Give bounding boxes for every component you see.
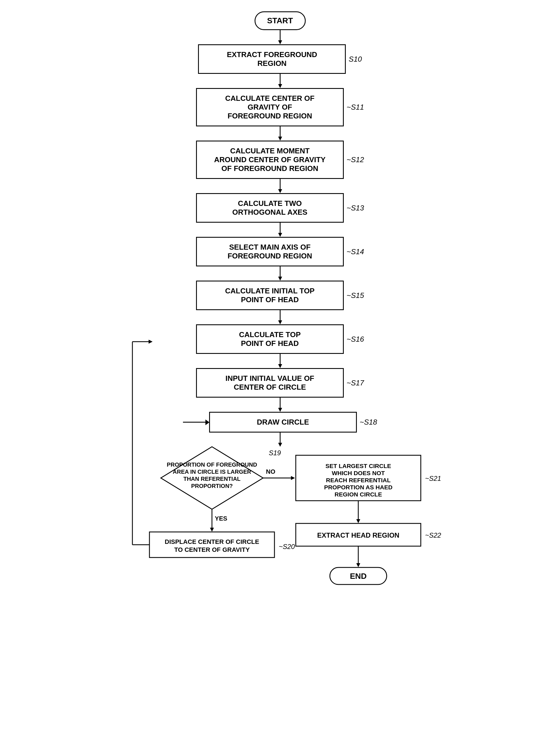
svg-marker-49 bbox=[356, 519, 360, 523]
s12-label: ~S12 bbox=[347, 155, 364, 164]
svg-text:END: END bbox=[350, 572, 367, 580]
start-terminal: START bbox=[255, 11, 306, 30]
s11-box: CALCULATE CENTER OFGRAVITY OFFOREGROUND … bbox=[196, 88, 344, 126]
s12-box: CALCULATE MOMENTAROUND CENTER OF GRAVITY… bbox=[196, 141, 344, 179]
svg-text:REGION CIRCLE: REGION CIRCLE bbox=[334, 491, 382, 497]
svg-text:PROPORTION AS HAED: PROPORTION AS HAED bbox=[324, 484, 392, 490]
flowchart: START EXTRACT FOREGROUNDREGION S10 CALCU… bbox=[110, 11, 451, 646]
svg-text:WHICH DOES NOT: WHICH DOES NOT bbox=[332, 470, 385, 476]
arrow-s12-s13 bbox=[277, 179, 283, 193]
s18-label: ~S18 bbox=[360, 418, 377, 426]
branch-svg: PROPORTION OF FOREGROUND AREA IN CIRCLE … bbox=[124, 447, 436, 646]
s15-label: ~S15 bbox=[347, 291, 364, 300]
s17-row: INPUT INITIAL VALUE OFCENTER OF CIRCLE ~… bbox=[196, 368, 364, 397]
arrow-s17-s18 bbox=[277, 397, 283, 412]
svg-marker-13 bbox=[278, 321, 282, 324]
svg-text:~S20: ~S20 bbox=[279, 543, 295, 550]
svg-marker-17 bbox=[278, 408, 282, 412]
arrow-s11-s12 bbox=[277, 126, 283, 141]
svg-text:EXTRACT HEAD REGION: EXTRACT HEAD REGION bbox=[317, 531, 399, 539]
s13-box: CALCULATE TWOORTHOGONAL AXES bbox=[196, 193, 344, 223]
svg-text:~S21: ~S21 bbox=[425, 474, 441, 482]
svg-marker-3 bbox=[278, 84, 282, 88]
svg-text:AREA IN CIRCLE IS LARGER: AREA IN CIRCLE IS LARGER bbox=[173, 468, 251, 475]
svg-marker-9 bbox=[278, 233, 282, 237]
s18-box: DRAW CIRCLE bbox=[209, 412, 357, 432]
svg-marker-15 bbox=[278, 364, 282, 368]
svg-text:TO CENTER OF GRAVITY: TO CENTER OF GRAVITY bbox=[174, 546, 250, 553]
svg-marker-54 bbox=[356, 563, 360, 567]
s17-label: ~S17 bbox=[347, 378, 364, 387]
s13-label: ~S13 bbox=[347, 204, 364, 213]
svg-marker-39 bbox=[291, 476, 295, 480]
s15-row: CALCULATE INITIAL TOPPOINT OF HEAD ~S15 bbox=[196, 281, 364, 310]
arrow-s13-s14 bbox=[277, 223, 283, 237]
s15-box: CALCULATE INITIAL TOPPOINT OF HEAD bbox=[196, 281, 344, 310]
svg-text:~S22: ~S22 bbox=[425, 531, 441, 539]
s18-row: DRAW CIRCLE ~S18 bbox=[209, 412, 377, 432]
arrow-s18-s19 bbox=[277, 432, 283, 447]
s11-row: CALCULATE CENTER OFGRAVITY OFFOREGROUND … bbox=[196, 88, 364, 126]
s16-row: CALCULATE TOPPOINT OF HEAD ~S16 bbox=[196, 324, 364, 354]
svg-text:PROPORTION OF FOREGROUND: PROPORTION OF FOREGROUND bbox=[167, 461, 257, 468]
svg-marker-5 bbox=[278, 137, 282, 141]
s10-box: EXTRACT FOREGROUNDREGION bbox=[198, 44, 346, 74]
back-arrow-head bbox=[205, 419, 209, 425]
svg-text:SET LARGEST CIRCLE: SET LARGEST CIRCLE bbox=[325, 463, 391, 469]
back-arrow-horizontal bbox=[183, 422, 206, 422]
arrow-start-s10 bbox=[277, 30, 283, 44]
arrow-s16-s17 bbox=[277, 354, 283, 368]
svg-marker-7 bbox=[278, 189, 282, 193]
svg-text:PROPORTION?: PROPORTION? bbox=[191, 483, 233, 489]
s14-row: SELECT MAIN AXIS OFFOREGROUND REGION ~S1… bbox=[196, 237, 364, 267]
svg-text:REACH REFERENTIAL: REACH REFERENTIAL bbox=[326, 477, 391, 483]
svg-marker-28 bbox=[210, 528, 214, 532]
arrow-s15-s16 bbox=[277, 310, 283, 324]
svg-text:YES: YES bbox=[215, 515, 227, 522]
s11-label: ~S11 bbox=[347, 103, 364, 112]
svg-text:NO: NO bbox=[266, 468, 275, 475]
s10-label: S10 bbox=[349, 55, 362, 64]
arrow-s10-s11 bbox=[277, 74, 283, 88]
svg-text:DISPLACE CENTER OF CIRCLE: DISPLACE CENTER OF CIRCLE bbox=[165, 538, 259, 545]
arrow-s14-s15 bbox=[277, 267, 283, 281]
svg-text:S19: S19 bbox=[269, 449, 281, 457]
s18-section: DRAW CIRCLE ~S18 bbox=[183, 412, 377, 432]
svg-marker-1 bbox=[278, 40, 282, 44]
s13-row: CALCULATE TWOORTHOGONAL AXES ~S13 bbox=[196, 193, 364, 223]
svg-marker-11 bbox=[278, 277, 282, 281]
svg-marker-37 bbox=[149, 340, 153, 344]
start-container: START bbox=[255, 11, 306, 30]
s14-label: ~S14 bbox=[347, 247, 364, 256]
s16-label: ~S16 bbox=[347, 335, 364, 344]
svg-marker-20 bbox=[278, 443, 282, 447]
s17-box: INPUT INITIAL VALUE OFCENTER OF CIRCLE bbox=[196, 368, 344, 397]
s16-box: CALCULATE TOPPOINT OF HEAD bbox=[196, 324, 344, 354]
s14-box: SELECT MAIN AXIS OFFOREGROUND REGION bbox=[196, 237, 344, 267]
s10-row: EXTRACT FOREGROUNDREGION S10 bbox=[198, 44, 362, 74]
svg-text:THAN REFERENTIAL: THAN REFERENTIAL bbox=[183, 476, 240, 482]
svg-marker-18 bbox=[205, 419, 209, 425]
s12-row: CALCULATE MOMENTAROUND CENTER OF GRAVITY… bbox=[196, 141, 364, 179]
